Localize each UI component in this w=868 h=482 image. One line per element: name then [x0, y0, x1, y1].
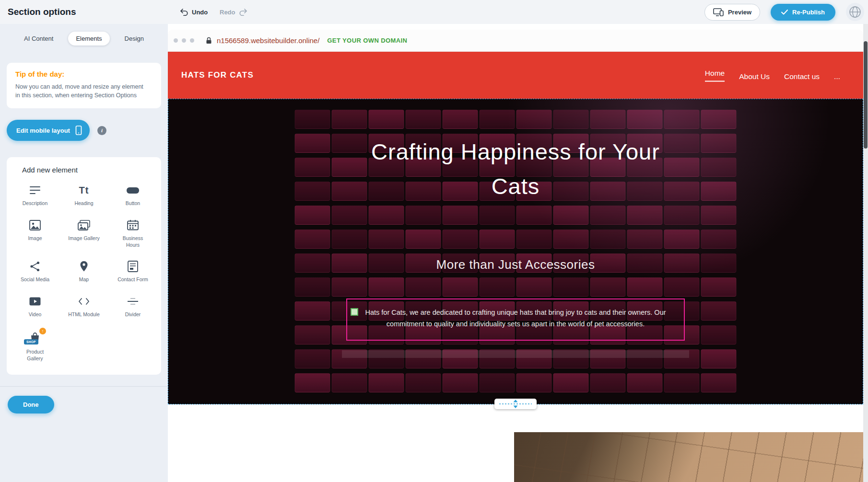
- image-gallery-icon: [78, 218, 90, 232]
- element-heading[interactable]: Tt Heading: [59, 184, 108, 207]
- element-label: Product Gallery: [18, 349, 52, 362]
- tab-design[interactable]: Design: [117, 32, 152, 46]
- brick: [701, 230, 737, 249]
- brick: [701, 277, 737, 297]
- brick: [590, 277, 626, 297]
- done-button[interactable]: Done: [8, 396, 54, 413]
- info-icon[interactable]: i: [97, 126, 106, 135]
- topbar: Section options Undo Redo Preview Re-Pub…: [0, 0, 868, 24]
- brick: [332, 373, 367, 392]
- element-product-gallery[interactable]: ↑ SHOP Product Gallery: [11, 329, 59, 362]
- shop-tag: SHOP: [24, 339, 38, 344]
- element-button[interactable]: Button: [108, 184, 157, 207]
- nav-about-us[interactable]: About Us: [739, 72, 770, 82]
- get-domain-link[interactable]: GET YOUR OWN DOMAIN: [327, 37, 407, 44]
- brick: [406, 230, 441, 249]
- window-dots-icon: [174, 38, 194, 43]
- brick: [332, 134, 367, 153]
- brick: [701, 349, 737, 368]
- divider-icon: [127, 295, 139, 308]
- brick: [553, 206, 589, 225]
- next-section-white-area: [168, 432, 514, 482]
- hero-heading[interactable]: Crafting Happiness for Your Cats: [367, 135, 664, 204]
- element-video[interactable]: Video: [11, 295, 59, 318]
- brick: [553, 373, 589, 392]
- undo-button[interactable]: Undo: [180, 0, 208, 24]
- section-resize-handle[interactable]: [494, 399, 537, 409]
- heading-icon: Tt: [79, 184, 89, 197]
- element-description[interactable]: Description: [11, 184, 59, 207]
- preview-button[interactable]: Preview: [704, 4, 760, 21]
- element-image[interactable]: Image: [11, 218, 59, 248]
- element-contact-form[interactable]: Contact Form: [108, 260, 157, 283]
- brick: [295, 325, 330, 344]
- edit-mobile-label: Edit mobile layout: [16, 127, 70, 134]
- tip-title: Tip of the day:: [15, 70, 152, 78]
- republish-button[interactable]: Re-Publish: [771, 4, 835, 21]
- redo-icon: [239, 8, 247, 16]
- hero-text-shadow-strip: [342, 350, 689, 358]
- element-map[interactable]: Map: [59, 260, 108, 283]
- element-label: Divider: [125, 311, 141, 318]
- brick: [295, 301, 330, 321]
- button-icon: [127, 184, 139, 197]
- add-element-title: Add new element: [22, 166, 157, 174]
- check-icon: [781, 10, 788, 15]
- hero-text-element-selected[interactable]: Hats for Cats, we are dedicated to craft…: [346, 298, 685, 341]
- redo-button[interactable]: Redo: [220, 0, 247, 24]
- upgrade-badge-icon: ↑: [39, 328, 46, 334]
- element-divider[interactable]: Divider: [108, 295, 157, 318]
- element-image-gallery[interactable]: Image Gallery: [59, 218, 108, 248]
- language-globe-button[interactable]: [846, 3, 864, 21]
- hero-body-text: Hats for Cats, we are dedicated to craft…: [365, 309, 666, 328]
- brick: [701, 301, 737, 321]
- next-section: [168, 432, 863, 482]
- brick: [295, 277, 330, 297]
- element-label: Contact Form: [117, 276, 148, 283]
- brick: [627, 230, 663, 249]
- brick: [369, 373, 404, 392]
- brick: [480, 110, 515, 129]
- tab-ai-content[interactable]: AI Content: [16, 32, 61, 46]
- tab-elements[interactable]: Elements: [68, 32, 109, 46]
- hero-section-selected[interactable]: Crafting Happiness for Your Cats More th…: [168, 99, 863, 404]
- undo-icon: [180, 8, 188, 16]
- social-media-icon: [30, 260, 40, 273]
- element-social-media[interactable]: Social Media: [11, 260, 59, 283]
- element-drag-handle[interactable]: [351, 308, 358, 316]
- brick: [701, 325, 737, 344]
- brick: [627, 373, 663, 392]
- site-logo[interactable]: HATS FOR CATS: [181, 70, 254, 80]
- site-preview: HATS FOR CATS Home About Us Contact us .…: [168, 52, 863, 482]
- brick: [295, 182, 330, 201]
- brick: [664, 182, 700, 201]
- element-business-hours[interactable]: Business Hours: [108, 218, 157, 248]
- brick: [516, 277, 552, 297]
- scrollbar: [863, 24, 868, 482]
- lock-icon: [206, 37, 212, 44]
- brick: [443, 206, 478, 225]
- nav-more[interactable]: ...: [834, 72, 840, 82]
- brick: [369, 110, 404, 129]
- brick: [369, 206, 404, 225]
- brick: [480, 230, 515, 249]
- edit-mobile-layout-button[interactable]: Edit mobile layout: [7, 120, 90, 141]
- brick: [295, 134, 330, 153]
- tip-body: Now you can add, move and resize any ele…: [15, 82, 144, 100]
- scrollbar-thumb[interactable]: [864, 41, 868, 149]
- nav-contact-us[interactable]: Contact us: [784, 72, 820, 82]
- element-label: Image Gallery: [68, 235, 99, 242]
- brick: [627, 277, 663, 297]
- brick: [553, 230, 589, 249]
- element-label: Social Media: [21, 276, 49, 283]
- brick: [332, 158, 367, 177]
- brick: [480, 373, 515, 392]
- tip-of-the-day-card: Tip of the day: Now you can add, move an…: [7, 63, 161, 108]
- hero-subheading[interactable]: More than Just Accessories: [168, 257, 863, 272]
- nav-home[interactable]: Home: [705, 69, 725, 82]
- video-icon: [29, 295, 41, 308]
- brick: [516, 110, 552, 129]
- map-icon: [80, 260, 88, 273]
- brick: [332, 277, 367, 297]
- element-html-module[interactable]: HTML Module: [59, 295, 108, 318]
